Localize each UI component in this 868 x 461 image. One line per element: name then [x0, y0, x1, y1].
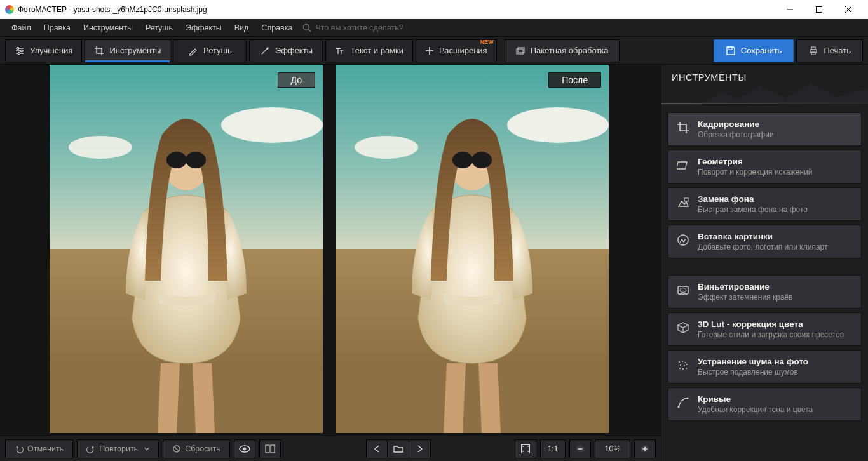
- geometry-icon: [676, 158, 690, 172]
- svg-point-39: [471, 152, 492, 168]
- svg-point-62: [684, 365, 685, 366]
- tab-text[interactable]: TT Текст и рамки: [325, 39, 413, 62]
- file-nav-group: [366, 439, 431, 458]
- actual-size-button[interactable]: 1:1: [540, 439, 566, 458]
- crop-icon: [94, 46, 104, 56]
- search-icon[interactable]: [302, 23, 311, 32]
- canvas-viewport[interactable]: До: [0, 65, 661, 436]
- compare-toggle-button[interactable]: [259, 439, 281, 458]
- redo-button[interactable]: Повторить: [77, 439, 159, 458]
- tool-crop[interactable]: КадрированиеОбрезка фотографии: [668, 112, 862, 146]
- tab-enhance[interactable]: Улучшения: [5, 39, 82, 62]
- menu-edit[interactable]: Правка: [37, 21, 77, 35]
- svg-point-61: [680, 364, 681, 366]
- after-label: После: [548, 72, 601, 88]
- tool-3dlut[interactable]: 3D Lut - коррекция цветаГотовые стили и …: [668, 312, 862, 346]
- tab-extensions-label: Расширения: [439, 46, 487, 55]
- zoom-value[interactable]: 10%: [595, 439, 630, 458]
- menu-retouch[interactable]: Ретушь: [139, 21, 179, 35]
- tool-desc: Поворот и коррекция искажений: [698, 168, 813, 177]
- main-area: До: [0, 65, 868, 461]
- minus-icon: [576, 444, 585, 453]
- svg-point-10: [20, 50, 22, 51]
- tool-geometry[interactable]: ГеометрияПоворот и коррекция искажений: [668, 150, 862, 184]
- search-placeholder[interactable]: Что вы хотите сделать?: [315, 23, 403, 32]
- batch-button[interactable]: Пакетная обработка: [505, 39, 620, 62]
- svg-text:T: T: [340, 49, 344, 55]
- undo-icon: [15, 444, 24, 453]
- zoom-out-button[interactable]: [569, 439, 591, 458]
- tool-title: Кадрирование: [698, 119, 774, 129]
- tool-title: Замена фона: [698, 194, 808, 204]
- save-button[interactable]: Сохранить: [714, 39, 794, 62]
- tab-tools-label: Инструменты: [109, 46, 161, 55]
- text-icon: TT: [335, 46, 345, 56]
- tool-desc: Эффект затемнения краёв: [698, 293, 793, 302]
- menu-effects[interactable]: Эффекты: [179, 21, 228, 35]
- prev-file-button[interactable]: [366, 439, 388, 458]
- svg-rect-54: [684, 198, 688, 201]
- svg-point-67: [677, 406, 679, 408]
- svg-rect-21: [811, 47, 815, 50]
- reset-button[interactable]: Сбросить: [163, 439, 230, 458]
- menu-tools[interactable]: Инструменты: [77, 21, 139, 35]
- tool-title: Кривые: [698, 394, 813, 404]
- bottom-bar: Отменить Повторить Сбросить: [0, 436, 661, 461]
- menu-help[interactable]: Справка: [255, 21, 299, 35]
- svg-point-68: [686, 397, 688, 399]
- window-minimize-button[interactable]: [775, 0, 804, 19]
- tab-tools[interactable]: Инструменты: [85, 39, 170, 62]
- canvas-area: До: [0, 65, 661, 461]
- svg-point-65: [682, 368, 684, 370]
- tab-extensions[interactable]: NEW Расширения: [416, 39, 497, 62]
- eye-button[interactable]: [234, 439, 255, 458]
- svg-point-29: [166, 152, 187, 168]
- tool-title: 3D Lut - коррекция цвета: [698, 319, 844, 329]
- printer-icon: [808, 46, 818, 56]
- print-button[interactable]: Печать: [796, 39, 863, 62]
- right-panel-header: ИНСТРУМЕНТЫ: [661, 65, 868, 103]
- tool-curves[interactable]: КривыеУдобная коррекция тона и цвета: [668, 387, 862, 421]
- svg-point-66: [686, 368, 687, 369]
- tab-retouch[interactable]: Ретушь: [173, 39, 247, 62]
- svg-point-63: [686, 364, 688, 365]
- tool-denoise[interactable]: Устранение шума на фотоБыстрое подавлени…: [668, 350, 862, 384]
- title-bar: ФотоМАСТЕР - yasu-shots-_y6hMz1pJC0-unsp…: [0, 0, 868, 19]
- svg-point-25: [69, 136, 132, 159]
- stack-icon: [515, 46, 526, 56]
- tool-desc: Готовые стили и загрузка своих пресетов: [698, 330, 844, 339]
- zoom-in-button[interactable]: [634, 439, 656, 458]
- fit-screen-button[interactable]: [515, 439, 536, 458]
- svg-point-58: [679, 361, 680, 363]
- svg-point-34: [355, 136, 418, 159]
- svg-rect-36: [336, 370, 609, 433]
- tool-title: Геометрия: [698, 157, 813, 166]
- tool-list: КадрированиеОбрезка фотографии Геометрия…: [661, 109, 868, 425]
- window-close-button[interactable]: [834, 0, 863, 19]
- window-maximize-button[interactable]: [804, 0, 834, 19]
- right-panel: ИНСТРУМЕНТЫ КадрированиеОбрезка фотограф…: [661, 65, 868, 461]
- tool-insert-image[interactable]: Вставка картинкиДобавьте фото, логотип и…: [668, 225, 862, 258]
- next-file-button[interactable]: [409, 439, 431, 458]
- tool-desc: Быстрое подавление шумов: [698, 368, 808, 377]
- svg-point-9: [17, 47, 18, 49]
- undo-button[interactable]: Отменить: [5, 439, 73, 458]
- tool-vignette[interactable]: ВиньетированиеЭффект затемнения краёв: [668, 275, 862, 309]
- tool-desc: Быстрая замена фона на фото: [698, 205, 808, 214]
- menu-file[interactable]: Файл: [5, 21, 37, 35]
- menu-view[interactable]: Вид: [228, 21, 255, 35]
- svg-point-33: [507, 107, 609, 143]
- open-folder-button[interactable]: [388, 439, 409, 458]
- replace-bg-icon: [676, 196, 690, 210]
- tab-effects[interactable]: Эффекты: [249, 39, 323, 62]
- svg-rect-45: [266, 445, 269, 453]
- svg-line-5: [309, 29, 311, 32]
- tab-enhance-label: Улучшения: [30, 46, 72, 55]
- mountains-decoration: [703, 80, 868, 103]
- print-label: Печать: [824, 46, 851, 55]
- tool-replace-bg[interactable]: Замена фонаБыстрая замена фона на фото: [668, 187, 862, 221]
- svg-point-59: [682, 361, 683, 362]
- chevron-down-icon: [144, 446, 149, 451]
- svg-rect-1: [817, 7, 822, 13]
- plus-icon: [641, 444, 649, 453]
